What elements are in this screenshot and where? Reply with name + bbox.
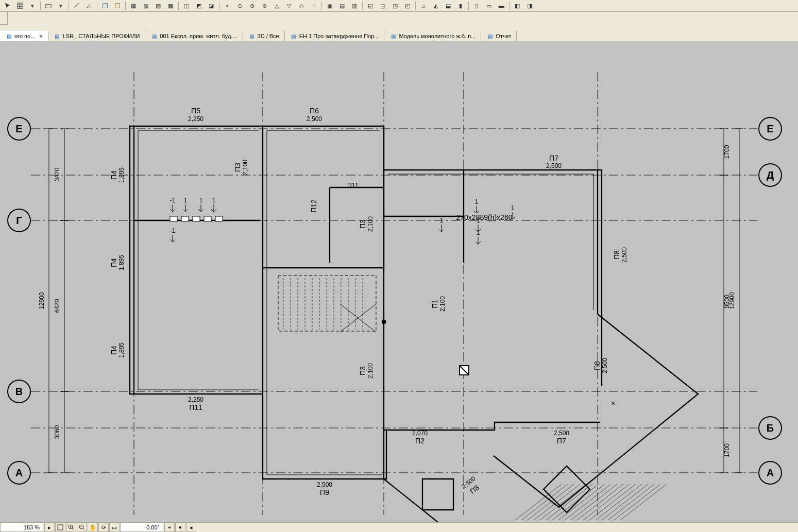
tool-angle[interactable] (83, 1, 95, 11)
tool-dropdown[interactable]: ▾ (27, 1, 38, 11)
svg-text:1: 1 (199, 197, 203, 204)
tool-snap-5[interactable]: △ (271, 1, 282, 11)
zoom-field[interactable]: 183 % (0, 523, 43, 532)
pan-icon[interactable]: ✋ (88, 523, 98, 532)
svg-text:П12: П12 (310, 199, 318, 213)
tool-b[interactable]: ▧ (140, 1, 151, 11)
tool-home[interactable]: ⌂ (418, 1, 429, 11)
svg-rect-137 (193, 216, 200, 221)
svg-text:1,895: 1,895 (118, 342, 125, 358)
svg-text:Е: Е (15, 123, 22, 134)
tool-m[interactable]: ◳ (389, 1, 401, 11)
mini-panel[interactable] (0, 11, 8, 25)
angle-target-icon[interactable]: ⌖ (164, 523, 175, 532)
doc-tab-0[interactable]: ▤ого по...× (0, 31, 48, 41)
tool-snap-1[interactable]: ⌖ (222, 1, 233, 11)
tool-layer[interactable] (43, 1, 54, 11)
doc-tab-1[interactable]: ▤LSR_ СТАЛЬНЫЕ ПРОФИЛИ (48, 31, 146, 41)
svg-text:2,250: 2,250 (188, 396, 203, 403)
tool-s[interactable]: ▬ (496, 1, 507, 11)
tool-p[interactable]: ▮ (455, 1, 466, 11)
window-icon[interactable]: ▭ (109, 523, 120, 532)
svg-text:12900: 12900 (38, 292, 45, 310)
tab-icon: ▤ (290, 32, 297, 40)
tool-i[interactable]: ▤ (336, 1, 348, 11)
tool-l[interactable]: ◲ (377, 1, 388, 11)
ramp-hatch (515, 484, 667, 520)
tool-sect[interactable]: ⬓ (443, 1, 454, 11)
tool-snap-2[interactable]: ⊙ (234, 1, 245, 11)
orbit-icon[interactable]: ⟳ (98, 523, 109, 532)
tool-dropdown-2[interactable]: ▾ (55, 1, 66, 11)
tool-snap-6[interactable]: ▽ (283, 1, 295, 11)
zoom-in-icon[interactable] (66, 523, 76, 532)
svg-text:Б: Б (767, 422, 774, 434)
svg-point-70 (382, 320, 386, 324)
doc-tab-6[interactable]: ▤Отчет (481, 31, 517, 41)
doc-tab-4[interactable]: ▤ЕН.1 Про затвердження Пор... (285, 31, 385, 41)
zoom-play-icon[interactable]: ▸ (44, 523, 55, 532)
svg-rect-0 (103, 4, 108, 8)
tool-k[interactable]: ◱ (365, 1, 376, 11)
angle-set-icon[interactable]: ▾ (175, 523, 185, 532)
tool-c[interactable]: ▨ (152, 1, 164, 11)
svg-rect-1 (115, 4, 120, 8)
tool-e[interactable]: ◫ (181, 1, 192, 11)
tool-snap-3[interactable]: ⊕ (246, 1, 258, 11)
tool-d[interactable]: ▩ (165, 1, 176, 11)
tool-select[interactable] (2, 1, 13, 11)
svg-text:2,100: 2,100 (439, 296, 446, 312)
tool-u[interactable]: ◨ (524, 1, 535, 11)
tool-g[interactable]: ◪ (206, 1, 217, 11)
tool-t[interactable]: ◧ (512, 1, 523, 11)
doc-tab-2[interactable]: ▤001 Експл. прим. житл. буд.... (145, 31, 243, 41)
tool-snap-8[interactable]: ○ (308, 1, 319, 11)
tool-edit-1[interactable] (99, 1, 111, 11)
svg-text:2,100: 2,100 (367, 363, 374, 379)
tab-icon: ▤ (54, 32, 61, 40)
tool-r[interactable]: ▭ (483, 1, 495, 11)
svg-text:2,500: 2,500 (317, 481, 332, 488)
tool-q[interactable]: ▯ (471, 1, 482, 11)
svg-text:1: 1 (212, 197, 216, 204)
svg-text:П2: П2 (415, 437, 425, 445)
drawing-viewport[interactable]: ЕГВА ЕДБА 12900342064203060 129001700950… (0, 41, 798, 523)
tool-n[interactable]: ◰ (402, 1, 413, 11)
svg-text:П7: П7 (549, 154, 558, 162)
svg-text:2,500: 2,500 (601, 358, 608, 373)
tool-j[interactable]: ▥ (349, 1, 360, 11)
svg-line-84 (596, 484, 642, 520)
tab-close-icon[interactable]: × (39, 33, 42, 39)
lintel-p11-h: П11 (347, 182, 359, 189)
svg-text:П9: П9 (320, 488, 329, 496)
doc-tab-5[interactable]: ▤Модель монолитного ж.б. п... (384, 31, 481, 41)
staircase (278, 276, 386, 332)
tool-snap-7[interactable]: ◇ (296, 1, 307, 11)
angle-prev-icon[interactable]: ◂ (186, 523, 196, 532)
zoom-ext-icon[interactable] (55, 523, 65, 532)
svg-text:1: 1 (511, 204, 515, 212)
tool-snap-4[interactable]: ⊗ (259, 1, 270, 11)
tool-grid[interactable] (14, 1, 26, 11)
svg-rect-140 (58, 525, 63, 530)
tab-label: ЕН.1 Про затвердження Пор... (299, 33, 379, 39)
tab-icon: ▤ (5, 32, 12, 40)
tool-edit-2[interactable] (112, 1, 123, 11)
svg-text:П11: П11 (189, 403, 202, 411)
tool-h[interactable]: ▣ (324, 1, 335, 11)
svg-line-75 (540, 484, 586, 520)
tool-3d[interactable]: ◭ (430, 1, 442, 11)
doc-tab-3[interactable]: ▤3D / Все (243, 31, 285, 41)
zoom-out-icon[interactable] (77, 523, 87, 532)
tab-icon: ▤ (248, 32, 256, 40)
svg-text:П8: П8 (593, 361, 601, 370)
marker-x: × (611, 399, 615, 407)
angle-field[interactable]: 0,00° (120, 523, 163, 532)
svg-text:2,100: 2,100 (367, 216, 374, 232)
tool-measure[interactable] (71, 1, 82, 11)
svg-text:2,500: 2,500 (621, 247, 628, 263)
tool-a[interactable]: ▦ (128, 1, 139, 11)
tool-f[interactable]: ◩ (193, 1, 205, 11)
svg-line-74 (534, 484, 580, 520)
svg-line-87 (614, 484, 660, 520)
